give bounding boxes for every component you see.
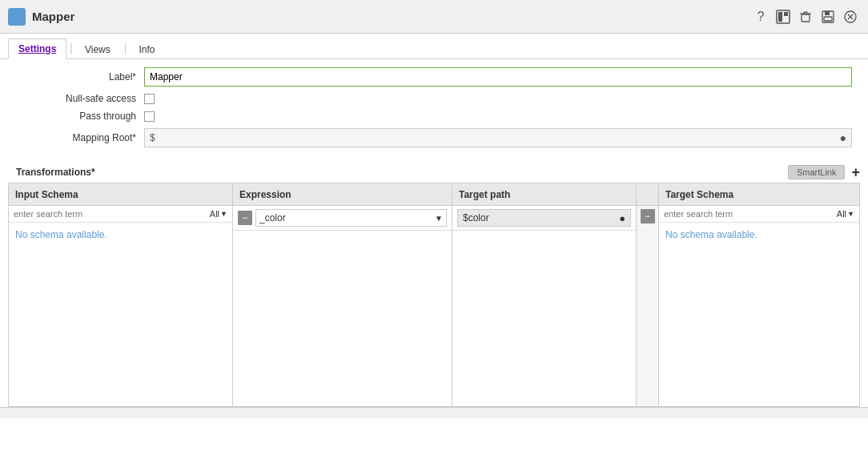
target-path-body [452, 231, 636, 406]
header-actions: ? [751, 7, 860, 26]
tab-info[interactable]: Info [128, 39, 165, 59]
help-button[interactable]: ? [751, 7, 770, 26]
input-schema-body: No schema available. [9, 223, 232, 406]
app-title: Mapper [32, 10, 751, 23]
tab-views[interactable]: Views [74, 39, 121, 59]
pass-through-checkbox[interactable] [144, 111, 155, 122]
input-schema-search-row: All ▼ [9, 206, 232, 223]
target-minus-col-header [637, 183, 658, 206]
target-path-value-text: $color [463, 212, 489, 223]
panels-container: Input Schema All ▼ No schema available. … [8, 183, 860, 407]
target-schema-search-row: All ▼ [659, 206, 859, 223]
input-schema-header: Input Schema [9, 183, 232, 206]
mapping-root-label: Mapping Root* [16, 132, 144, 143]
tab-bar: Settings | Views | Info [0, 34, 868, 59]
target-path-row: $color ● [452, 206, 636, 231]
target-path-minus-button[interactable]: − [641, 209, 655, 223]
panels-scroll-bar[interactable] [0, 407, 868, 418]
target-path-panel: Target path $color ● [452, 183, 637, 406]
input-schema-search[interactable] [14, 209, 207, 219]
expression-row: − _color ▼ [233, 206, 452, 231]
label-input[interactable] [144, 67, 852, 87]
svg-rect-3 [802, 14, 810, 22]
tab-settings[interactable]: Settings [8, 38, 66, 59]
label-row: Label* [16, 67, 852, 87]
svg-rect-2 [784, 12, 788, 16]
target-schema-panel: Target Schema All ▼ No schema available. [659, 183, 859, 406]
close-button[interactable] [841, 7, 860, 26]
target-path-comment-icon: ● [619, 212, 625, 224]
expression-minus-button[interactable]: − [238, 211, 252, 225]
expression-value: _color [259, 212, 286, 223]
app-header: Mapper ? [0, 0, 868, 34]
mapping-root-field[interactable]: $ ● [144, 128, 852, 147]
smartlink-button[interactable]: SmartLink [788, 165, 846, 179]
pass-through-label: Pass through [16, 111, 144, 122]
target-path-header: Target path [452, 183, 636, 206]
null-safe-checkbox[interactable] [144, 94, 155, 104]
input-schema-filter-dropdown[interactable]: All ▼ [210, 209, 227, 219]
mapping-root-value: $ [150, 132, 155, 143]
target-schema-header: Target Schema [659, 183, 859, 206]
expression-dropdown-arrow-icon: ▼ [435, 214, 443, 223]
null-safe-label: Null-safe access [16, 93, 144, 104]
null-safe-row: Null-safe access [16, 93, 852, 104]
export-button[interactable] [774, 7, 793, 26]
target-minus-column: − [637, 183, 659, 406]
target-schema-body: No schema available. [659, 223, 859, 406]
tab-divider-2: | [123, 38, 129, 58]
delete-button[interactable] [796, 7, 815, 26]
target-schema-filter-dropdown[interactable]: All ▼ [837, 209, 854, 219]
save-button[interactable] [818, 7, 838, 26]
svg-rect-9 [825, 11, 830, 15]
expression-body [233, 231, 452, 406]
expression-panel: Expression − _color ▼ [233, 183, 452, 406]
app-icon [8, 8, 26, 26]
add-transformation-button[interactable]: + [851, 165, 860, 179]
target-schema-search[interactable] [664, 209, 834, 219]
pass-through-row: Pass through [16, 111, 852, 122]
tab-divider-1: | [68, 38, 74, 58]
expression-header: Expression [233, 183, 452, 206]
target-schema-no-schema: No schema available. [665, 229, 757, 240]
input-schema-panel: Input Schema All ▼ No schema available. [9, 183, 233, 406]
input-schema-no-schema: No schema available. [15, 229, 107, 240]
comment-icon: ● [840, 131, 846, 144]
label-field-label: Label* [16, 71, 144, 83]
dropdown-arrow-icon: ▼ [220, 210, 227, 218]
target-path-value-field[interactable]: $color ● [457, 209, 631, 227]
settings-form: Label* Null-safe access Pass through Map… [0, 59, 868, 162]
mapping-root-row: Mapping Root* $ ● [16, 128, 852, 147]
svg-rect-10 [824, 17, 832, 21]
expression-select[interactable]: _color ▼ [255, 209, 447, 227]
transformations-label: Transformations* [16, 167, 782, 178]
transformations-section-header: Transformations* SmartLink + [0, 162, 868, 183]
target-dropdown-arrow-icon: ▼ [847, 210, 854, 218]
svg-rect-1 [778, 12, 782, 22]
target-minus-col-body: − [637, 206, 658, 227]
